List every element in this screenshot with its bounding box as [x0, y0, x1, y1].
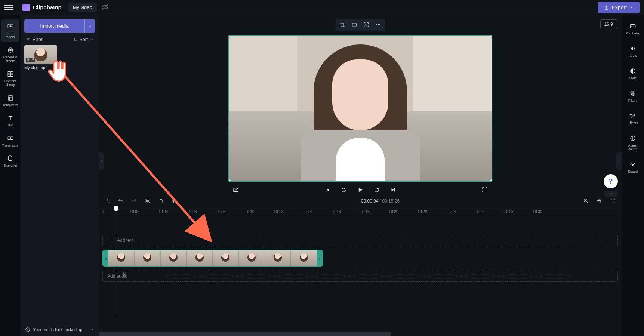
ruler-tick-label: 0:28 — [506, 210, 513, 214]
play-button[interactable] — [356, 185, 365, 194]
clip-duration: 0:15 — [26, 58, 35, 62]
ruler-tick-label: 0:08 — [218, 210, 225, 214]
clipchamp-icon — [22, 4, 30, 11]
rail-adjust-colors[interactable]: Adjust colors — [623, 132, 643, 154]
import-media-dropdown[interactable] — [84, 19, 95, 33]
scrollbar-thumb[interactable] — [99, 332, 391, 336]
ruler-tick-label: 0:20 — [391, 210, 398, 214]
video-preview[interactable] — [228, 35, 492, 182]
chevron-down-icon — [45, 38, 48, 41]
waveform-placeholder — [163, 271, 574, 282]
ruler-tick-label: 0:22 — [420, 210, 427, 214]
rail-speed[interactable]: Speed — [623, 158, 643, 176]
info-icon — [25, 327, 30, 332]
rail-effects[interactable]: Effects — [623, 109, 643, 128]
filter-button[interactable]: Filter — [26, 37, 48, 42]
text-icon — [7, 114, 14, 122]
clip-frame — [239, 250, 265, 266]
text-icon — [107, 238, 113, 243]
svg-rect-12 — [352, 23, 356, 26]
export-button[interactable]: Export — [598, 2, 640, 13]
svg-rect-4 — [8, 71, 10, 74]
hamburger-menu[interactable] — [4, 3, 13, 12]
svg-point-13 — [366, 24, 367, 25]
chevron-down-icon — [630, 6, 634, 9]
rail-templates[interactable]: Templates — [1, 91, 19, 110]
help-button[interactable]: ? — [604, 174, 618, 188]
ruler-tick-label: 0:24 — [449, 210, 456, 214]
sort-button[interactable]: Sort — [73, 37, 93, 42]
music-icon — [121, 271, 127, 276]
zoom-out-button[interactable] — [582, 197, 590, 205]
rail-text[interactable]: Text — [1, 111, 19, 130]
more-button[interactable] — [374, 20, 383, 29]
svg-rect-10 — [10, 137, 13, 140]
playhead-knob[interactable] — [114, 206, 118, 211]
svg-rect-9 — [8, 137, 10, 140]
detach-preview-button[interactable] — [231, 185, 240, 194]
svg-point-14 — [376, 24, 377, 25]
ai-button[interactable] — [103, 197, 111, 205]
zoom-in-button[interactable] — [595, 197, 604, 205]
pip-button[interactable] — [362, 20, 371, 29]
collapse-right-panel[interactable] — [616, 152, 622, 170]
audio-icon — [629, 45, 637, 52]
crop-button[interactable] — [338, 20, 347, 29]
skip-forward-button[interactable] — [389, 185, 398, 194]
fit-button[interactable] — [350, 20, 359, 29]
rail-transitions[interactable]: Transitions — [1, 132, 19, 150]
zoom-fit-button[interactable] — [609, 197, 617, 205]
audio-track-slot[interactable]: Add audio — [102, 271, 618, 282]
rail-fade[interactable]: Fade — [623, 64, 643, 83]
app-name: Clipchamp — [33, 4, 62, 10]
skip-back-button[interactable] — [323, 185, 332, 194]
clip-trim-left[interactable]: || — [103, 250, 108, 266]
timeline-toolbar: 00:00.94 / 00:15.26 — [99, 194, 622, 208]
import-media-button[interactable]: Import media — [24, 19, 84, 33]
backup-warning[interactable]: Your media isn't backed up — [21, 323, 99, 336]
app-logo[interactable]: Clipchamp — [22, 4, 62, 11]
ruler-tick-label: 0:02 — [132, 210, 139, 214]
media-icon — [7, 22, 14, 30]
chevron-down-icon — [88, 24, 92, 28]
duplicate-button[interactable] — [170, 197, 179, 205]
split-button[interactable] — [144, 197, 152, 205]
aspect-ratio-button[interactable]: 16:9 — [600, 19, 617, 29]
project-title[interactable]: My video — [68, 3, 97, 12]
svg-point-32 — [123, 274, 123, 275]
svg-point-16 — [379, 24, 380, 25]
rail-audio[interactable]: Audio — [623, 42, 643, 61]
forward-button[interactable] — [372, 185, 381, 194]
transitions-icon — [7, 135, 14, 142]
ruler-tick-label: 0:26 — [477, 210, 484, 214]
fullscreen-button[interactable] — [480, 185, 489, 194]
timeline: 00:00.94 / 00:15.26 00:020:040:060:080:1… — [99, 194, 622, 336]
clip-frame — [108, 250, 135, 266]
svg-rect-19 — [630, 25, 635, 28]
record-icon — [7, 46, 14, 54]
rail-content-library[interactable]: Content library — [1, 67, 19, 90]
ruler-tick-label: 0:04 — [161, 210, 168, 214]
rewind-button[interactable] — [339, 185, 348, 194]
rail-record-create[interactable]: Record & create — [1, 43, 19, 66]
rail-brand-kit[interactable]: Brand kit — [1, 152, 19, 170]
delete-button[interactable] — [157, 197, 165, 205]
timeline-scrollbar[interactable] — [99, 332, 622, 336]
redo-button[interactable] — [130, 197, 138, 205]
undo-button[interactable] — [117, 197, 125, 205]
svg-rect-6 — [8, 74, 10, 77]
clip-frame — [187, 250, 213, 266]
svg-rect-7 — [10, 74, 13, 77]
cloud-sync-icon[interactable] — [101, 4, 109, 11]
clip-frame — [135, 250, 161, 266]
timeline-ruler[interactable]: 00:020:040:060:080:100:120:140:160:180:2… — [99, 208, 622, 218]
library-icon — [7, 70, 14, 78]
video-clip-track[interactable]: || || — [102, 250, 323, 267]
rail-your-media[interactable]: Your media — [1, 19, 19, 42]
resize-handle-br[interactable] — [490, 179, 492, 182]
text-track-slot[interactable]: Add text — [102, 235, 618, 246]
clip-trim-right[interactable]: || — [317, 250, 322, 266]
rail-filters[interactable]: Filters — [623, 87, 643, 105]
rail-captions[interactable]: Captions — [623, 19, 643, 38]
resize-handle-bl[interactable] — [228, 179, 231, 182]
